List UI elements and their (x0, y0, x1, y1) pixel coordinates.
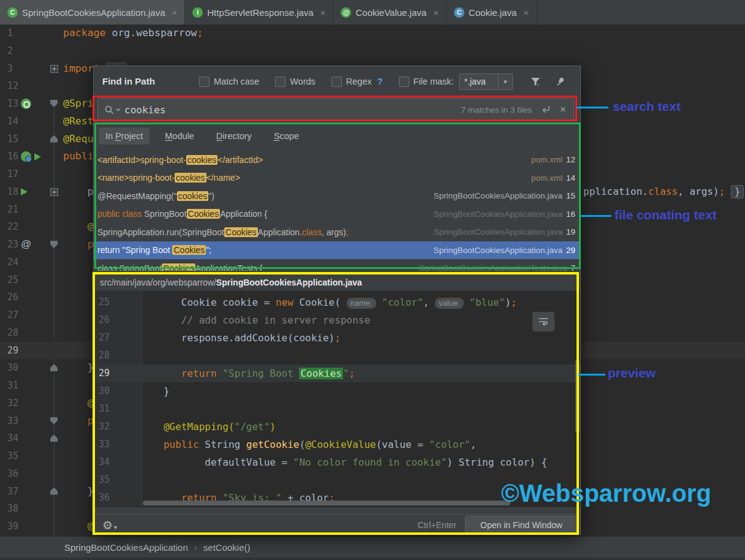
dialog-title: Find in Path (102, 76, 155, 86)
line-number: 23 (7, 236, 18, 254)
line-number: 33 (7, 412, 18, 430)
line-number: 36 (7, 465, 18, 483)
option-checkbox[interactable]: File mask: (399, 77, 454, 87)
fold-marker-icon[interactable] (50, 364, 58, 371)
newline-icon[interactable] (540, 105, 551, 115)
preview-line: 25 Cookie cookie = new Cookie( name: "co… (94, 293, 580, 311)
gear-icon[interactable]: ⚙▾ (102, 518, 117, 532)
line-number: 18 (7, 183, 18, 201)
run-icon[interactable] (34, 153, 41, 161)
line-number: 3 (7, 60, 13, 78)
fold-marker-icon[interactable] (50, 188, 58, 196)
fold-marker-icon[interactable] (50, 241, 58, 248)
preview-line: 33 public String getCookie(@CookieValue(… (94, 436, 580, 453)
scope-tab[interactable]: Module (158, 127, 201, 145)
preview-line: 31 (94, 400, 580, 418)
param-hint: name: (347, 298, 376, 309)
checkbox-icon[interactable] (199, 77, 210, 87)
file-mask-select[interactable]: *.java ▾ (459, 74, 513, 90)
checkbox-icon[interactable] (275, 77, 286, 87)
search-results-list: <artifactId>spring-boot-cookies</artifac… (94, 151, 580, 271)
run-icon[interactable] (21, 188, 28, 195)
editor-tab[interactable]: IHttpServletResponse.java× (185, 0, 333, 25)
line-number: 29 (99, 365, 110, 382)
checkbox-icon[interactable] (331, 77, 342, 87)
editor-tab[interactable]: @CookieValue.java× (333, 0, 446, 25)
option-checkbox[interactable]: Match case (199, 77, 259, 87)
match-highlight: Cookies (187, 209, 221, 219)
search-result-row[interactable]: public class SpringBootCookiesApplicatio… (94, 205, 580, 224)
editor-line: 1package org.websparrow; (0, 25, 745, 42)
breadcrumb-class[interactable]: SpringBootCookiesApplication (64, 542, 188, 553)
close-icon[interactable]: × (320, 7, 326, 18)
folded-brace-box[interactable]: } (731, 185, 744, 199)
preview-line: 35 (94, 471, 580, 489)
search-result-row[interactable]: class SpringBootCookiesApplicationTests … (94, 259, 580, 271)
chevron-down-icon[interactable]: ▾ (498, 74, 512, 89)
fold-marker-icon[interactable] (50, 135, 58, 143)
close-icon[interactable]: × (560, 104, 566, 116)
annotation-icon: @ (341, 7, 351, 18)
scope-tab[interactable]: Directory (210, 127, 259, 145)
spring-bean-icon[interactable] (21, 151, 31, 162)
open-in-find-window-button[interactable]: Open in Find Window (465, 516, 578, 534)
line-number: 27 (7, 306, 18, 324)
search-result-row[interactable]: <name>spring-boot-cookies</name>pom.xml1… (94, 169, 580, 187)
scope-tab[interactable]: In Project (99, 127, 149, 145)
dialog-footer: ⚙▾ Ctrl+Enter Open in Find Window (94, 514, 580, 535)
fold-marker-icon[interactable] (50, 100, 58, 107)
preview-vertical-scrollbar[interactable] (575, 360, 580, 433)
match-count: 7 matches in 3 files (461, 105, 532, 115)
close-icon[interactable]: × (172, 7, 177, 18)
match-highlight: cookies (186, 155, 217, 165)
preview-file-path: src/main/java/org/websparrow/SpringBootC… (94, 273, 580, 291)
line-number: 28 (99, 347, 110, 365)
regex-help-icon[interactable]: ? (377, 77, 383, 86)
close-icon[interactable]: × (523, 7, 529, 18)
search-result-row[interactable]: @RequestMapping("cookies")SpringBootCook… (94, 187, 580, 205)
scope-tab[interactable]: Scope (267, 127, 306, 145)
line-number: 21 (7, 201, 18, 219)
search-result-row[interactable]: SpringApplication.run(SpringBootCookiesA… (94, 223, 580, 241)
search-result-row[interactable]: <artifactId>spring-boot-cookies</artifac… (94, 151, 580, 169)
search-icon[interactable] (104, 105, 121, 115)
find-in-path-dialog: Find in Path Match caseWordsRegex?File m… (93, 66, 581, 535)
option-checkbox[interactable]: Regex? (331, 77, 383, 87)
match-highlight: cookies (177, 191, 208, 201)
search-input[interactable]: cookies 7 matches in 3 files × (97, 98, 574, 121)
match-highlight-green: Cookies (299, 368, 342, 379)
override-icon[interactable]: @ (21, 236, 31, 254)
fold-marker-icon[interactable] (50, 488, 58, 495)
fold-marker-icon[interactable] (50, 434, 58, 442)
editor-tab[interactable]: CSpringBootCookiesApplication.java× (0, 0, 185, 25)
line-number: 12 (7, 77, 18, 95)
pin-icon[interactable] (554, 76, 565, 87)
fold-marker-icon[interactable] (50, 65, 58, 73)
match-highlight: Cookies (162, 263, 195, 271)
interface-icon: I (192, 7, 203, 18)
option-checkbox[interactable]: Words (275, 77, 316, 87)
preview-line: 34 defaultValue = "No color found in coo… (94, 453, 580, 471)
preview-pane[interactable]: 25 Cookie cookie = new Cookie( name: "co… (94, 291, 580, 507)
breadcrumb-method[interactable]: setCookie() (203, 542, 251, 553)
line-number: 22 (7, 218, 18, 236)
match-highlight: Cookies (172, 245, 206, 255)
fold-marker-icon[interactable] (50, 417, 58, 425)
filter-icon[interactable] (530, 76, 541, 87)
line-number: 31 (7, 377, 18, 395)
search-query[interactable]: cookies (124, 104, 165, 116)
soft-wrap-button[interactable] (532, 312, 554, 331)
line-number: 32 (7, 395, 18, 412)
class-icon: C (454, 7, 464, 18)
tab-label: SpringBootCookiesApplication.java (22, 7, 165, 18)
checkbox-icon[interactable] (399, 77, 409, 87)
search-result-row[interactable]: return "Spring Boot Cookies";SpringBootC… (94, 241, 580, 260)
line-number: 25 (99, 293, 110, 311)
spring-boot-icon[interactable] (21, 99, 31, 109)
preview-horizontal-scrollbar[interactable] (143, 501, 510, 505)
close-icon[interactable]: × (433, 7, 439, 18)
editor-tab[interactable]: CCookie.java× (447, 0, 537, 25)
line-number: 26 (7, 289, 18, 306)
springboot-class-icon: C (7, 7, 18, 18)
tab-label: Cookie.java (469, 7, 516, 18)
